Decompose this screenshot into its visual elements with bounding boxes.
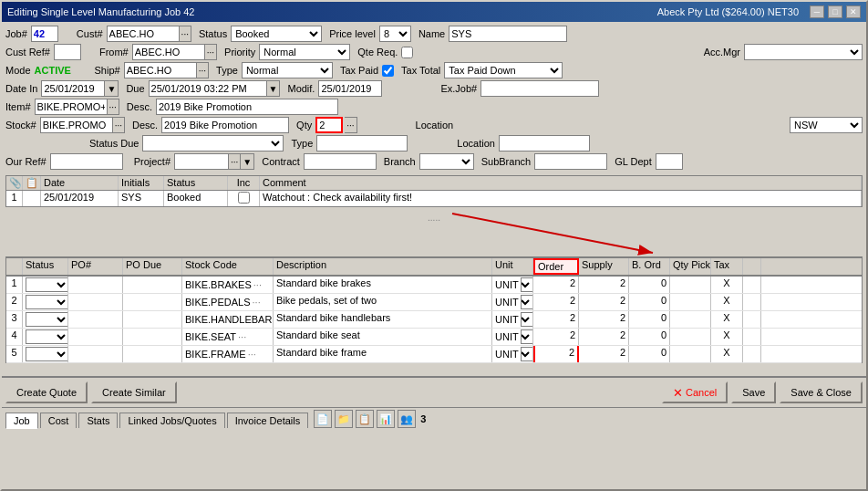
save-button[interactable]: Save — [731, 381, 776, 403]
priority-select[interactable]: Normal — [259, 44, 350, 60]
price-level-select[interactable]: 8 — [379, 26, 411, 42]
form-row-5: Item# ··· Desc. — [5, 99, 863, 115]
project-dots-button2[interactable]: ▼ — [241, 153, 254, 170]
create-quote-button[interactable]: Create Quote — [5, 381, 88, 403]
project-dots-button[interactable]: ··· — [229, 153, 241, 170]
items-row-3-status-select[interactable] — [26, 312, 68, 327]
branch-select[interactable] — [419, 153, 474, 170]
create-similar-button[interactable]: Create Similar — [91, 381, 177, 403]
qty-input[interactable] — [315, 117, 343, 133]
tab-job[interactable]: Job — [5, 413, 38, 429]
cust-dots-button[interactable]: ··· — [180, 26, 191, 42]
datein-input[interactable] — [41, 80, 105, 97]
location-select[interactable]: NSW — [790, 117, 863, 133]
cust-input[interactable] — [107, 26, 180, 42]
items-row-2-unit-select[interactable] — [521, 295, 533, 309]
tab-cost[interactable]: Cost — [40, 413, 78, 428]
items-row-3-status — [23, 311, 68, 328]
job-input[interactable] — [31, 26, 58, 42]
stock-dots-button[interactable]: ··· — [113, 117, 125, 133]
status-select[interactable]: Booked — [231, 26, 322, 42]
tab-invoice-details[interactable]: Invoice Details — [227, 413, 309, 428]
company-info: Abeck Pty Ltd ($264.00) NET30 — [657, 6, 799, 17]
due-field: ▼ — [149, 80, 281, 97]
items-row-2-stockcode: BIKE.PEDALS ··· — [182, 294, 274, 310]
tab-icon-1[interactable]: 📄 — [314, 410, 332, 428]
ship-input[interactable] — [124, 62, 197, 78]
contract-label: Contract — [262, 156, 302, 167]
items-row-5-supply: 2 — [579, 346, 629, 362]
statusdue-select[interactable] — [142, 135, 284, 151]
items-row-2-status-select[interactable] — [26, 295, 68, 309]
red-arrow-svg — [461, 209, 717, 256]
type-select[interactable]: Normal — [242, 62, 333, 78]
subbranch-input[interactable] — [534, 153, 607, 170]
name-input[interactable] — [449, 26, 567, 42]
qty-dots-button[interactable]: ··· — [345, 117, 356, 133]
items-row-4-unit-select[interactable] — [521, 329, 533, 344]
items-row-5: 5 BIKE.FRAME ··· Standard bike frame UNI… — [6, 346, 862, 363]
from-label: From# — [99, 47, 130, 57]
datein-dots-button[interactable]: ▼ — [105, 80, 119, 97]
tab-linked-jobs[interactable]: Linked Jobs/Quotes — [119, 413, 224, 428]
cancel-button[interactable]: ✕ Cancel — [662, 381, 728, 403]
custref-input[interactable] — [54, 44, 81, 60]
ship-dots-button[interactable]: ··· — [197, 62, 209, 78]
items-row-4-stockcode-text: BIKE.SEAT — [185, 331, 236, 342]
items-row-4-dots: ··· — [238, 331, 246, 342]
items-row-1-status-select[interactable] — [26, 277, 68, 292]
taxpaid-checkbox[interactable] — [382, 65, 394, 77]
qtereq-checkbox[interactable] — [401, 47, 413, 58]
modif-input[interactable] — [318, 80, 382, 97]
stock-input[interactable] — [40, 117, 113, 133]
project-input[interactable] — [174, 153, 229, 170]
notes-col-comment: Comment — [260, 176, 862, 190]
items-col-po: PO# — [68, 258, 123, 275]
form-section: Job# Cust# ··· Status Booked Price level… — [2, 22, 866, 175]
items-row-1-unit-select[interactable] — [521, 277, 533, 292]
item-input[interactable] — [35, 99, 108, 115]
from-input[interactable] — [132, 44, 205, 60]
item-desc-input[interactable] — [156, 99, 338, 115]
close-button[interactable]: ✕ — [846, 5, 861, 18]
ourref-input[interactable] — [50, 153, 123, 170]
taxtotal-select[interactable]: Tax Paid Down — [444, 62, 563, 78]
taxpaid-label: Tax Paid — [340, 65, 380, 76]
maximize-button[interactable]: □ — [828, 5, 842, 18]
items-row-3-qtypick — [670, 311, 711, 328]
accmgr-select[interactable] — [744, 44, 863, 60]
inc-checkbox[interactable] — [238, 192, 250, 204]
notes-grid: 📎 📋 Date Initials Status Inc Comment 1 2… — [5, 175, 863, 207]
tab-icon-5[interactable]: 👥 — [398, 410, 416, 428]
items-row-2-unit-text: UNIT — [495, 297, 519, 308]
type2-label: Type — [291, 138, 315, 149]
items-row-1-podue — [123, 277, 182, 293]
mode-value: ACTIVE — [35, 65, 80, 76]
contract-input[interactable] — [304, 153, 377, 170]
due-dots-button[interactable]: ▼ — [267, 80, 281, 97]
items-row-2-tax: X — [711, 294, 743, 310]
item-dots-button[interactable]: ··· — [108, 99, 119, 115]
items-row-5-unit-select[interactable] — [521, 347, 533, 361]
items-row-3-unit-select[interactable] — [521, 312, 533, 327]
accmgr-label: Acc.Mgr — [704, 47, 742, 57]
save-close-button[interactable]: Save & Close — [780, 381, 863, 403]
tab-stats[interactable]: Stats — [78, 413, 118, 428]
tab-icon-2[interactable]: 📁 — [335, 410, 353, 428]
due-input[interactable] — [149, 80, 267, 97]
from-field: ··· — [132, 44, 217, 60]
cust-field: ··· — [107, 26, 191, 42]
stock-desc-input[interactable] — [161, 117, 289, 133]
tab-icon-3[interactable]: 📋 — [356, 410, 374, 428]
type2-input[interactable] — [316, 135, 408, 151]
gldept-input[interactable] — [656, 153, 683, 170]
items-row-5-status-select[interactable] — [26, 347, 68, 361]
items-row-5-unit: UNIT — [492, 346, 533, 362]
location2-input[interactable] — [499, 135, 590, 151]
exjob-input[interactable] — [480, 80, 599, 97]
minimize-button[interactable]: ─ — [810, 5, 824, 18]
from-dots-button[interactable]: ··· — [205, 44, 217, 60]
items-row-3: 3 BIKE.HANDLEBAR ··· Standard bike handl… — [6, 311, 862, 329]
tab-icon-4[interactable]: 📊 — [377, 410, 395, 428]
items-row-4-status-select[interactable] — [26, 329, 68, 344]
